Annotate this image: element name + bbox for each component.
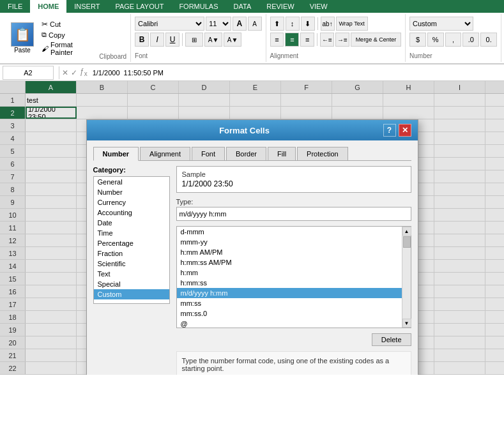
scroll-down-btn[interactable]: ▼ [402, 319, 411, 328]
type-h-mm-ss-ampm[interactable]: h:mm:ss AM/PM [177, 257, 402, 268]
comma-btn[interactable]: , [445, 33, 462, 47]
tab-font[interactable]: Font [192, 147, 225, 160]
type-list[interactable]: d-mmm mmm-yy h:mm AM/PM h:mm:ss AM/PM h:… [177, 227, 411, 328]
merge-center-btn[interactable]: Merge & Center [351, 33, 401, 47]
tab-page-layout[interactable]: PAGE LAYOUT [107, 0, 171, 13]
tab-protection[interactable]: Protection [297, 147, 348, 160]
dialog-title-bar: Format Cells ? ✕ [87, 120, 418, 140]
font-group-label: Font [135, 52, 262, 59]
type-mm-ss-0[interactable]: mm:ss.0 [177, 308, 402, 319]
dialog-tabs: Number Alignment Font Border Fill Protec… [93, 147, 411, 161]
align-left-btn[interactable]: ≡ [270, 33, 284, 47]
number-format-select[interactable]: Custom [409, 17, 473, 31]
delete-button[interactable]: Delete [372, 333, 411, 346]
type-mm-ss[interactable]: mm:ss [177, 298, 402, 308]
increase-indent-btn[interactable]: →≡ [335, 33, 349, 47]
cut-button[interactable]: ✂ Cut [40, 19, 98, 29]
decrease-indent-btn[interactable]: ←≡ [320, 33, 334, 47]
currency-btn[interactable]: $ [409, 33, 426, 47]
type-d-mmm[interactable]: d-mmm [177, 227, 402, 237]
bold-btn[interactable]: B [135, 33, 149, 47]
category-accounting[interactable]: Accounting [94, 207, 169, 218]
dialog-title: Format Cells [106, 126, 383, 135]
format-painter-button[interactable]: 🖌 Format Painter [40, 40, 98, 57]
font-increase-btn[interactable]: A [233, 17, 247, 31]
formula-input[interactable] [93, 69, 501, 77]
orientation-btn[interactable]: ab↑ [321, 17, 335, 31]
wrap-text-btn[interactable]: Wrap Text [336, 17, 368, 31]
font-size-select[interactable]: 11 [206, 17, 231, 31]
type-h-mm-ampm[interactable]: h:mm AM/PM [177, 247, 402, 257]
dialog-title-buttons: ? ✕ [383, 124, 411, 137]
tab-border[interactable]: Border [226, 147, 266, 160]
align-middle-btn[interactable]: ↕ [286, 17, 300, 31]
increase-decimal-btn[interactable]: 0. [480, 33, 497, 47]
type-mmm-yy[interactable]: mmm-yy [177, 237, 402, 247]
type-h-mm-ss[interactable]: h:mm:ss [177, 278, 402, 288]
category-special[interactable]: Special [94, 279, 169, 289]
tab-number[interactable]: Number [93, 147, 139, 161]
tab-view[interactable]: VIEW [302, 0, 335, 13]
category-percentage[interactable]: Percentage [94, 238, 169, 248]
copy-label: Copy [49, 31, 65, 39]
tab-home[interactable]: HOME [30, 0, 66, 13]
fill-color-btn[interactable]: A▼ [204, 33, 222, 47]
font-family-select[interactable]: Calibri [135, 17, 204, 31]
percent-btn[interactable]: % [427, 33, 444, 47]
borders-btn[interactable]: ⊞ [185, 33, 203, 47]
align-top-btn[interactable]: ⬆ [270, 17, 284, 31]
category-general[interactable]: General [94, 177, 169, 187]
type-list-container: d-mmm mmm-yy h:mm AM/PM h:mm:ss AM/PM h:… [176, 226, 411, 328]
dialog-close-btn[interactable]: ✕ [399, 124, 411, 137]
paste-button[interactable]: 📋 Paste [5, 15, 40, 61]
number-group-label: Number [409, 52, 497, 59]
font-group: Calibri 11 A A B I U ⊞ A▼ A▼ Font [131, 14, 266, 62]
font-color-btn[interactable]: A▼ [224, 33, 241, 47]
tab-data[interactable]: DATA [226, 0, 259, 13]
category-list[interactable]: General Number Currency Accounting Date … [93, 176, 170, 304]
underline-btn[interactable]: U [165, 33, 179, 47]
copy-button[interactable]: ⧉ Copy [40, 30, 98, 40]
category-time[interactable]: Time [94, 228, 169, 238]
align-right-btn[interactable]: ≡ [300, 33, 314, 47]
tab-insert[interactable]: INSERT [66, 0, 107, 13]
category-number[interactable]: Number [94, 187, 169, 197]
alignment-group: ⬆ ↕ ⬇ ab↑ Wrap Text ≡ ≡ ≡ ←≡ →≡ Merge & … [266, 14, 406, 62]
sheet-area: A B C D E F G H I J K 1test21/1/2000 23:… [0, 81, 504, 375]
dialog-body: Number Alignment Font Border Fill Protec… [87, 140, 418, 375]
scroll-track [402, 236, 411, 319]
align-center-btn[interactable]: ≡ [285, 33, 299, 47]
cancel-formula-icon[interactable]: ✕ [62, 68, 68, 77]
dialog-help-btn[interactable]: ? [383, 124, 396, 137]
tab-fill[interactable]: Fill [268, 147, 296, 160]
category-text[interactable]: Text [94, 269, 169, 279]
category-scientific[interactable]: Scientific [94, 259, 169, 269]
category-fraction[interactable]: Fraction [94, 248, 169, 259]
category-custom[interactable]: Custom [94, 289, 169, 299]
type-list-scrollbar[interactable]: ▲ ▼ [402, 227, 411, 328]
align-bottom-btn[interactable]: ⬇ [301, 17, 315, 31]
category-date[interactable]: Date [94, 218, 169, 228]
type-h-mm[interactable]: h:mm [177, 268, 402, 278]
name-box[interactable] [3, 66, 54, 80]
scroll-up-btn[interactable]: ▲ [402, 227, 411, 236]
paste-label: Paste [14, 47, 31, 54]
tab-review[interactable]: REVIEW [259, 0, 302, 13]
insert-function-icon[interactable]: ƒx [80, 67, 88, 77]
decrease-decimal-btn[interactable]: .0 [462, 33, 479, 47]
tab-file[interactable]: FILE [0, 0, 30, 13]
formula-bar: ✕ ✓ ƒx [0, 64, 504, 81]
italic-btn[interactable]: I [150, 33, 164, 47]
type-m-d-yyyy-h-mm[interactable]: m/d/yyyy h:mm [177, 288, 402, 298]
type-at[interactable]: @ [177, 319, 402, 328]
scroll-thumb[interactable] [403, 236, 411, 248]
tab-formulas[interactable]: FORMULAS [171, 0, 225, 13]
tab-alignment[interactable]: Alignment [140, 147, 190, 160]
font-decrease-btn[interactable]: A [248, 17, 262, 31]
alignment-group-label: Alignment [270, 52, 401, 59]
type-input[interactable] [176, 207, 411, 221]
confirm-formula-icon[interactable]: ✓ [71, 68, 77, 77]
sample-box: Sample 1/1/2000 23:50 [176, 166, 411, 193]
category-currency[interactable]: Currency [94, 197, 169, 207]
clipboard-secondary: ✂ Cut ⧉ Copy 🖌 Format Painter [40, 15, 98, 61]
